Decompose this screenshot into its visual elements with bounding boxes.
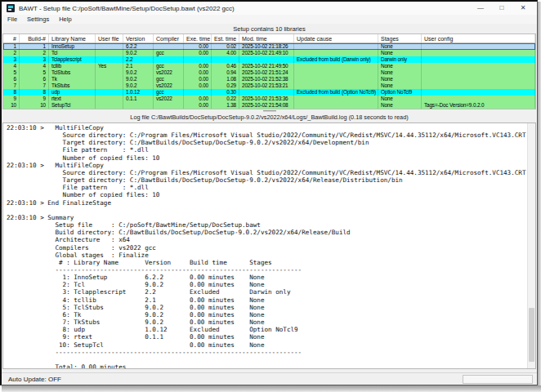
table-row[interactable]: 44tcllibYes2.1gcc0.000.462025-10-02 21:4…	[3, 63, 535, 69]
cell-user-config	[422, 63, 535, 69]
cell-stages: None	[378, 69, 422, 76]
cell-name: TclStubs	[49, 69, 96, 76]
cell-user-file	[96, 56, 123, 63]
cell-user-file	[96, 43, 123, 50]
col-header-exe-time[interactable]: Exe. time	[184, 34, 212, 42]
col-header-est-time[interactable]: Est. time	[212, 34, 239, 42]
cell-mod-time: 2025-10-02 21:18:26	[239, 43, 294, 50]
cell-user-file	[96, 50, 123, 56]
cell-num: 5	[3, 69, 20, 76]
table-row[interactable]: 99rtext0.1.1vs20220.000.222025-10-02 21:…	[3, 96, 535, 102]
cell-update-cause	[294, 43, 378, 50]
col-header-build[interactable]: Build-#	[20, 34, 49, 42]
table-row[interactable]: 77TkStubs9.0.2vs20220.000.292025-10-02 2…	[3, 82, 535, 89]
status-bar: Auto Update: OFF	[2, 372, 537, 385]
cell-exe-time	[184, 89, 212, 96]
setup-summary-label: Setup contains 10 libraries	[2, 24, 537, 33]
window-shadow-bottom	[2, 385, 541, 392]
cell-compiler	[154, 43, 184, 50]
library-table-body: 11InnoSetup6.2.20.000.022025-10-02 21:18…	[3, 43, 535, 109]
col-header-compiler[interactable]: Compiler	[154, 34, 184, 42]
cell-est-time: 4.00	[212, 50, 239, 56]
table-row[interactable]: 88udp1.0.12gcc0.30Excluded from build (O…	[3, 89, 535, 96]
sash-grip-icon	[263, 110, 276, 112]
table-row[interactable]: 1010SetupTcl0.001.382025-10-02 21:54:08N…	[3, 102, 535, 109]
cell-name: tcllib	[49, 63, 96, 69]
scrollbar-thumb[interactable]	[529, 308, 534, 362]
cell-stages: Darwin only	[378, 56, 422, 63]
cell-stages: None	[378, 76, 422, 82]
cell-num: 1	[3, 43, 20, 50]
cell-num: 4	[3, 63, 20, 69]
col-header-library-name[interactable]: Library Name	[49, 34, 96, 42]
cell-num: 10	[3, 102, 20, 109]
maximize-button[interactable]: □	[491, 2, 512, 15]
table-row[interactable]: 55TclStubs9.0.2vs20220.000.942025-10-02 …	[3, 69, 535, 76]
cell-build: 8	[20, 89, 49, 96]
cell-est-time: 0.29	[212, 82, 239, 89]
menu-item-help[interactable]: Help	[59, 16, 71, 23]
cell-compiler: gcc	[154, 63, 184, 69]
cell-build: 4	[20, 63, 49, 69]
col-header-mod-time[interactable]: Mod. time	[239, 34, 294, 42]
cell-build: 5	[20, 69, 49, 76]
menu-item-settings[interactable]: Settings	[27, 16, 49, 23]
cell-update-cause	[294, 102, 378, 109]
cell-build: 7	[20, 82, 49, 89]
menu-bar: File Settings Help	[2, 15, 537, 24]
cell-est-time: 0.30	[212, 89, 239, 96]
col-header-user-config[interactable]: User config	[422, 34, 535, 42]
col-header-user-file[interactable]: User file	[96, 34, 123, 42]
table-row[interactable]: 33Tclapplescript2.2Excluded from build (…	[3, 56, 535, 63]
cell-version: 9.0.2	[123, 76, 154, 82]
cell-mod-time: 2025-10-02 21:54:08	[239, 102, 294, 109]
library-table: # Build-# Library Name User file Version…	[2, 33, 536, 109]
cell-stages: None	[378, 102, 422, 109]
cell-name: Tclapplescript	[49, 56, 96, 63]
cell-mod-time: 2025-10-02 21:49:10	[239, 50, 294, 56]
cell-num: 7	[3, 82, 20, 89]
table-row[interactable]: 66Tk9.0.2gcc0.001.082025-10-02 21:52:38N…	[3, 76, 535, 82]
cell-user-config	[422, 76, 535, 82]
cell-stages: Option NoTcl9	[378, 89, 422, 96]
col-header-update-cause[interactable]: Update cause	[294, 34, 378, 42]
menu-item-file[interactable]: File	[7, 16, 17, 23]
cell-user-config	[422, 82, 535, 89]
window-title: BAWT - Setup file C:/poSoft/BawtMine/Set…	[19, 5, 235, 12]
cell-update-cause	[294, 63, 378, 69]
cell-build: 1	[20, 43, 49, 50]
cell-version: 2.2	[123, 56, 154, 63]
cell-exe-time: 0.00	[184, 82, 212, 89]
cell-build: 10	[20, 102, 49, 109]
col-header-num[interactable]: #	[3, 34, 20, 42]
minimize-button[interactable]: —	[470, 2, 491, 15]
col-header-stages[interactable]: Stages	[378, 34, 422, 42]
cell-version: 1.0.12	[123, 89, 154, 96]
cell-stages: None	[378, 43, 422, 50]
cell-user-config	[422, 96, 535, 102]
cell-user-file: Yes	[96, 63, 123, 69]
cell-version: 0.1.1	[123, 96, 154, 102]
log-output[interactable]: 22:03:10 > MultiFileCopy Source director…	[3, 123, 535, 369]
cell-mod-time	[239, 56, 294, 63]
progress-panel	[463, 375, 533, 384]
cell-name: SetupTcl	[49, 102, 96, 109]
pane-sash[interactable]	[2, 109, 537, 113]
close-button[interactable]: ✕	[512, 2, 534, 15]
col-header-version[interactable]: Version	[123, 34, 154, 42]
cell-mod-time: 2025-10-02 21:51:24	[239, 69, 294, 76]
cell-compiler	[154, 102, 184, 109]
cell-user-config: Tags=-Doc Version=9.0.2.0	[422, 102, 535, 109]
window-controls: — □ ✕	[470, 2, 534, 15]
cell-stages: None	[378, 50, 422, 56]
cell-mod-time: 2025-10-02 21:53:21	[239, 82, 294, 89]
cell-est-time: 0.94	[212, 69, 239, 76]
cell-exe-time: 0.00	[184, 43, 212, 50]
table-row[interactable]: 22Tcl9.0.2gcc0.004.002025-10-02 21:49:10…	[3, 50, 535, 56]
cell-update-cause	[294, 82, 378, 89]
auto-update-status: Auto Update: OFF	[8, 376, 61, 383]
cell-user-config	[422, 56, 535, 63]
log-vertical-scrollbar[interactable]	[527, 123, 535, 368]
table-row[interactable]: 11InnoSetup6.2.20.000.022025-10-02 21:18…	[3, 43, 535, 50]
cell-version: 9.0.2	[123, 50, 154, 56]
